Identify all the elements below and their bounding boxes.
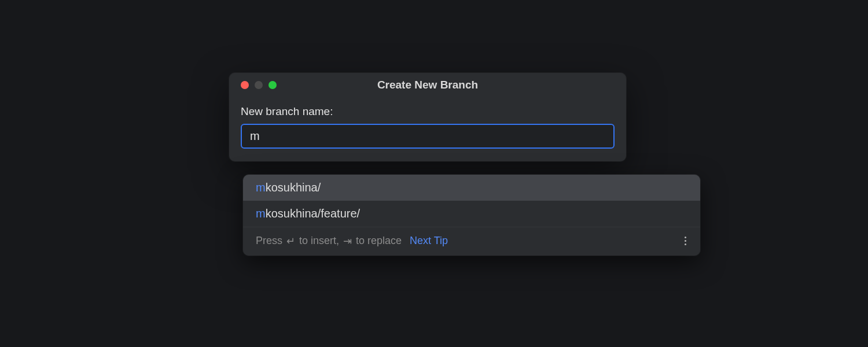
hint-insert: to insert, — [299, 235, 339, 247]
maximize-icon[interactable] — [269, 81, 277, 89]
branch-name-label: New branch name: — [241, 105, 615, 118]
close-icon[interactable] — [241, 81, 249, 89]
create-branch-dialog: Create New Branch New branch name: — [229, 73, 626, 161]
hint-replace: to replace — [356, 235, 402, 247]
tab-key-icon: ⇥ — [343, 235, 352, 248]
dialog-titlebar: Create New Branch — [229, 73, 626, 95]
hint-press: Press — [256, 235, 282, 247]
autocomplete-match: m — [256, 181, 266, 194]
dialog-content: New branch name: — [229, 95, 626, 161]
enter-key-icon: ↵ — [286, 235, 295, 248]
dialog-title: Create New Branch — [229, 79, 626, 91]
autocomplete-rest: kosukhina/ — [266, 181, 321, 194]
next-tip-link[interactable]: Next Tip — [410, 235, 448, 247]
input-wrapper — [241, 124, 615, 149]
branch-name-input[interactable] — [241, 124, 615, 149]
window-controls — [241, 81, 277, 89]
autocomplete-popup: mkosukhina/ mkosukhina/feature/ Press ↵ … — [243, 175, 700, 256]
autocomplete-match: m — [256, 207, 266, 220]
autocomplete-rest: kosukhina/feature/ — [266, 207, 360, 220]
autocomplete-item[interactable]: mkosukhina/ — [243, 175, 700, 201]
minimize-icon — [255, 81, 263, 89]
autocomplete-footer: Press ↵ to insert, ⇥ to replace Next Tip — [243, 227, 700, 256]
hint-text: Press ↵ to insert, ⇥ to replace — [256, 235, 402, 248]
autocomplete-item[interactable]: mkosukhina/feature/ — [243, 201, 700, 227]
more-options-icon[interactable] — [681, 233, 690, 249]
